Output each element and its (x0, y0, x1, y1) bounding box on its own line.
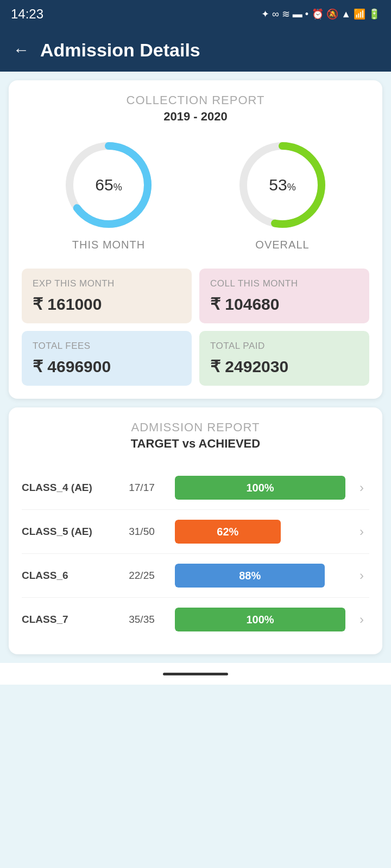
admission-row-class6[interactable]: CLASS_6 22/25 88% › (22, 554, 369, 598)
class4-bar: 100% (175, 476, 345, 500)
overall-chart: 53% OVERALL (236, 139, 329, 251)
class5-chevron-icon: › (354, 524, 369, 539)
stat-fees-label: TOTAL FEES (33, 341, 181, 352)
admission-report-title: ADMISSION REPORT (22, 420, 369, 435)
class4-chevron-icon: › (354, 480, 369, 495)
admission-row-class7[interactable]: CLASS_7 35/35 100% › (22, 598, 369, 641)
class6-bar-container: 88% (175, 564, 345, 588)
class7-count: 35/35 (117, 614, 166, 626)
stat-fees-value: ₹ 4696900 (33, 357, 181, 376)
class4-bar-container: 100% (175, 476, 345, 500)
status-time: 14:23 (11, 7, 43, 22)
class4-count: 17/17 (117, 482, 166, 494)
overall-label: OVERALL (255, 239, 309, 251)
class5-bar-container: 62% (175, 520, 345, 544)
stat-total-fees: TOTAL FEES ₹ 4696900 (22, 331, 192, 386)
class5-count: 31/50 (117, 526, 166, 538)
class7-bar-container: 100% (175, 608, 345, 631)
admission-report-subtitle: TARGET vs ACHIEVED (22, 437, 369, 451)
class4-name: CLASS_4 (AE) (22, 482, 109, 494)
stat-exp-this-month: EXP THIS MONTH ₹ 161000 (22, 269, 192, 323)
this-month-chart: 65% THIS MONTH (62, 139, 155, 251)
bottom-bar (0, 663, 391, 685)
class5-name: CLASS_5 (AE) (22, 526, 109, 538)
stat-coll-this-month: COLL THIS MONTH ₹ 104680 (199, 269, 369, 323)
collection-report-title: COLLECTION REPORT (22, 93, 369, 107)
class6-name: CLASS_6 (22, 570, 109, 582)
admission-report-card: ADMISSION REPORT TARGET vs ACHIEVED CLAS… (9, 407, 382, 654)
class6-count: 22/25 (117, 570, 166, 582)
stats-grid: EXP THIS MONTH ₹ 161000 COLL THIS MONTH … (22, 269, 369, 386)
stat-total-paid: TOTAL PAID ₹ 2492030 (199, 331, 369, 386)
main-content: COLLECTION REPORT 2019 - 2020 65% THIS M… (0, 80, 391, 654)
class6-chevron-icon: › (354, 568, 369, 583)
back-button[interactable]: ← (13, 41, 29, 59)
class7-name: CLASS_7 (22, 614, 109, 626)
this-month-donut: 65% (62, 139, 155, 231)
page-title: Admission Details (40, 40, 200, 61)
class6-bar: 88% (175, 564, 325, 588)
this-month-label: THIS MONTH (72, 239, 145, 251)
admission-row-class4[interactable]: CLASS_4 (AE) 17/17 100% › (22, 466, 369, 510)
overall-donut: 53% (236, 139, 329, 231)
admission-row-class5[interactable]: CLASS_5 (AE) 31/50 62% › (22, 510, 369, 554)
stat-coll-label: COLL THIS MONTH (210, 278, 358, 289)
status-bar: 14:23 ✦ ∞ ≋ ▬ • ⏰ 🔕 ▲ 📶 🔋 (0, 0, 391, 28)
collection-report-card: COLLECTION REPORT 2019 - 2020 65% THIS M… (9, 80, 382, 399)
battery-icon: ⏰ 🔕 ▲ 📶 🔋 (312, 8, 380, 20)
class7-chevron-icon: › (354, 612, 369, 627)
status-icons: ✦ ∞ ≋ ▬ • ⏰ 🔕 ▲ 📶 🔋 (261, 8, 380, 20)
collection-report-year: 2019 - 2020 (22, 110, 369, 124)
stat-exp-value: ₹ 161000 (33, 295, 181, 314)
signal-icon: ✦ ∞ ≋ ▬ • (261, 8, 308, 20)
class5-bar: 62% (175, 520, 281, 544)
stat-exp-label: EXP THIS MONTH (33, 278, 181, 289)
class7-bar: 100% (175, 608, 345, 631)
app-header: ← Admission Details (0, 28, 391, 72)
stat-coll-value: ₹ 104680 (210, 295, 358, 314)
charts-row: 65% THIS MONTH 53% OVERALL (22, 139, 369, 251)
stat-paid-label: TOTAL PAID (210, 341, 358, 352)
home-indicator (163, 673, 228, 675)
overall-percent: 53% (269, 176, 295, 194)
stat-paid-value: ₹ 2492030 (210, 357, 358, 376)
this-month-percent: 65% (95, 176, 122, 194)
